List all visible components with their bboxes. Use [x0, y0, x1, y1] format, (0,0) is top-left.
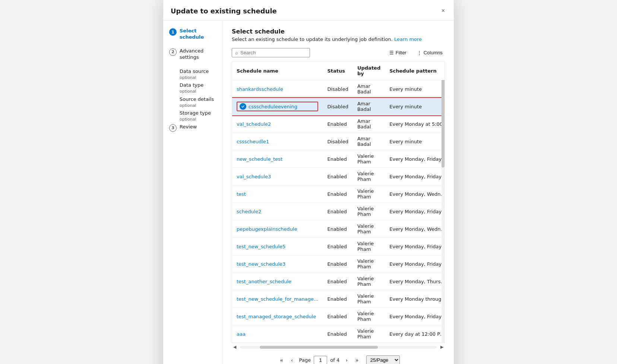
step-number-1: 1 — [169, 28, 177, 36]
cell-schedule-pattern: Every Monday, Thursday, Fr — [385, 273, 445, 290]
scroll-left-button[interactable]: ◀ — [232, 344, 238, 350]
table-row[interactable]: testEnabledValerie PhamEvery Monday, Wed… — [232, 185, 445, 203]
step-storagetype: Storage type optional — [180, 110, 222, 122]
cell-schedule-name[interactable]: schedule2 — [232, 203, 323, 220]
cell-schedule-name[interactable]: test_new_schedule3 — [232, 255, 323, 273]
cell-schedule-name[interactable]: test — [232, 185, 323, 203]
cell-schedule-name[interactable]: cssscheudle1 — [232, 133, 323, 150]
dialog-body: 1 Select schedule 2 Advanced settings Da… — [163, 20, 454, 364]
schedule-link[interactable]: cssscheudle1 — [237, 139, 269, 144]
cell-updated-by: Amar Badal — [353, 115, 385, 133]
cell-schedule-name[interactable]: test_another_schedule — [232, 273, 323, 290]
table-row[interactable]: test_new_schedule5EnabledValerie PhamEve… — [232, 238, 445, 255]
cell-schedule-pattern: Every Monday, Friday at 7:0 — [385, 255, 445, 273]
horizontal-scrollbar[interactable] — [240, 346, 437, 349]
cell-schedule-name[interactable]: aaa — [232, 325, 323, 343]
schedule-link[interactable]: val_schedule3 — [237, 174, 271, 179]
schedule-link[interactable]: test_managed_storage_schedule — [237, 314, 316, 319]
cell-status: Enabled — [323, 150, 352, 168]
cell-updated-by: Valerie Pham — [353, 325, 385, 343]
cell-schedule-name[interactable]: test_new_schedule_for_manage... — [232, 290, 323, 308]
schedule-link[interactable]: val_schedule2 — [237, 121, 271, 127]
col-updated-by: Updated by — [353, 61, 385, 80]
cell-status: Enabled — [323, 115, 352, 133]
table-row[interactable]: test_another_scheduleEnabledValerie Pham… — [232, 273, 445, 290]
columns-icon: ⋮ — [417, 50, 422, 55]
step-number-2: 2 — [169, 48, 177, 56]
first-page-button[interactable]: « — [277, 355, 286, 364]
columns-button[interactable]: ⋮ Columns — [415, 48, 445, 57]
cell-schedule-name[interactable]: val_schedule3 — [232, 168, 323, 185]
table-row[interactable]: schedule2EnabledValerie PhamEvery Monday… — [232, 203, 445, 220]
step-datasource: Data source optional — [180, 68, 222, 81]
schedule-link[interactable]: aaa — [237, 331, 246, 337]
cell-schedule-name[interactable]: new_schedule_test — [232, 150, 323, 168]
col-schedule-name: Schedule name — [232, 61, 323, 80]
step-number-3: 3 — [169, 124, 177, 132]
cell-schedule-name[interactable]: cssscheduleevening — [232, 98, 323, 115]
cell-schedule-pattern: Every Monday, Friday at 4:0 — [385, 308, 445, 325]
table-row[interactable]: test_new_schedule_for_manage...EnabledVa… — [232, 290, 445, 308]
table-row[interactable]: val_schedule2EnabledAmar BadalEvery Mond… — [232, 115, 445, 133]
page-label: Page — [298, 357, 312, 363]
table-row[interactable]: test_new_schedule3EnabledValerie PhamEve… — [232, 255, 445, 273]
schedule-link[interactable]: test_new_schedule3 — [237, 261, 285, 267]
schedule-link[interactable]: test — [237, 191, 246, 197]
cell-schedule-name[interactable]: test_new_schedule5 — [232, 238, 323, 255]
step-info-1: Select schedule — [180, 28, 222, 41]
cell-status: Disabled — [323, 133, 352, 150]
cell-schedule-name[interactable]: val_schedule2 — [232, 115, 323, 133]
cell-schedule-pattern: Every Monday, Wednesday, — [385, 185, 445, 203]
schedule-link[interactable]: new_schedule_test — [237, 156, 282, 162]
close-button[interactable]: × — [440, 6, 446, 16]
table-row[interactable]: shankardsscheduleDisabledAmar BadalEvery… — [232, 80, 445, 98]
schedule-link[interactable]: test_new_schedule_for_manage... — [237, 296, 318, 302]
cell-updated-by: Amar Badal — [353, 80, 385, 98]
dialog-title: Update to existing schedule — [171, 7, 277, 15]
sidebar-step-1[interactable]: 1 Select schedule — [169, 28, 222, 41]
horiz-scrollbar-thumb — [260, 346, 378, 349]
cell-schedule-name[interactable]: test_managed_storage_schedule — [232, 308, 323, 325]
schedule-link[interactable]: cssscheduleevening — [249, 104, 297, 109]
learn-more-link[interactable]: Learn more — [394, 36, 422, 42]
scrollbar-thumb — [442, 73, 444, 167]
vertical-scrollbar[interactable] — [442, 73, 444, 343]
col-status: Status — [323, 61, 352, 80]
schedule-table-container[interactable]: Schedule name Status Updated by Schedule… — [232, 61, 445, 343]
cell-updated-by: Valerie Pham — [353, 203, 385, 220]
cell-status: Enabled — [323, 325, 352, 343]
sidebar-step-2[interactable]: 2 Advanced settings — [169, 48, 222, 61]
cell-schedule-pattern: Every Monday, Friday at 7:0 — [385, 203, 445, 220]
sidebar: 1 Select schedule 2 Advanced settings Da… — [163, 20, 223, 364]
filter-button[interactable]: ☰ Filter — [387, 48, 409, 57]
per-page-select[interactable]: 25/Page 50/Page 100/Page — [366, 355, 400, 364]
last-page-button[interactable]: » — [352, 355, 362, 364]
schedule-link[interactable]: pepebugexplainschedule — [237, 226, 297, 232]
page-number-input[interactable] — [314, 356, 327, 364]
table-row[interactable]: val_schedule3EnabledValerie PhamEvery Mo… — [232, 168, 445, 185]
table-row[interactable]: cssscheudle1DisabledAmar BadalEvery minu… — [232, 133, 445, 150]
cell-status: Enabled — [323, 238, 352, 255]
schedule-link[interactable]: test_another_schedule — [237, 279, 291, 284]
table-row[interactable]: test_managed_storage_scheduleEnabledVale… — [232, 308, 445, 325]
schedule-link[interactable]: shankardsschedule — [237, 86, 283, 92]
cell-status: Disabled — [323, 80, 352, 98]
table-row[interactable]: pepebugexplainscheduleEnabledValerie Pha… — [232, 220, 445, 238]
table-row[interactable]: new_schedule_testEnabledValerie PhamEver… — [232, 150, 445, 168]
next-page-button[interactable]: › — [342, 355, 351, 364]
table-row[interactable]: cssscheduleevening DisabledAmar BadalEve… — [232, 98, 445, 115]
cell-schedule-pattern: Every day at 12:00 PM (UTC — [385, 325, 445, 343]
cell-schedule-pattern: Every Monday at 5:00 PM (U — [385, 115, 445, 133]
search-box[interactable]: ⌕ — [232, 48, 310, 57]
search-input[interactable] — [240, 50, 307, 55]
prev-page-button[interactable]: ‹ — [288, 355, 296, 364]
table-row[interactable]: aaaEnabledValerie PhamEvery day at 12:00… — [232, 325, 445, 343]
schedule-link[interactable]: schedule2 — [237, 209, 262, 214]
cell-schedule-name[interactable]: shankardsschedule — [232, 80, 323, 98]
sidebar-step-3[interactable]: 3 Review — [169, 124, 222, 132]
schedule-link[interactable]: test_new_schedule5 — [237, 244, 285, 249]
search-icon: ⌕ — [235, 50, 238, 55]
cell-schedule-name[interactable]: pepebugexplainschedule — [232, 220, 323, 238]
cell-status: Enabled — [323, 220, 352, 238]
scroll-right-button[interactable]: ▶ — [439, 344, 445, 350]
